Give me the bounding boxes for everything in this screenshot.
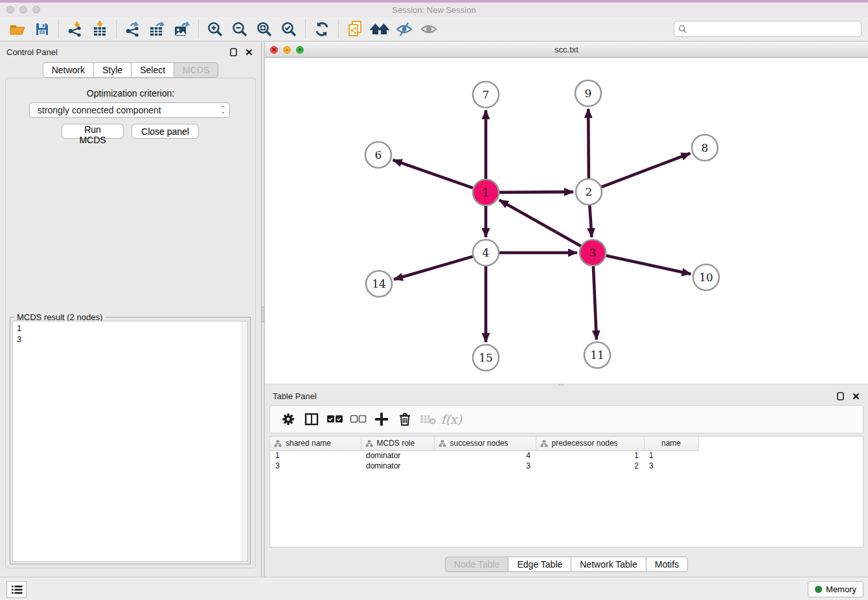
- table-cell[interactable]: 1: [644, 450, 698, 461]
- table-settings-button[interactable]: [277, 408, 300, 430]
- table-cell[interactable]: 2: [536, 461, 644, 471]
- function-builder-button[interactable]: f(x): [440, 408, 463, 430]
- tab-network-table[interactable]: Network Table: [571, 557, 646, 572]
- edge-4-to-14[interactable]: [394, 257, 473, 279]
- cytopanel-list-button[interactable]: [6, 581, 27, 598]
- delete-table-button[interactable]: [417, 408, 440, 430]
- minimize-window-button[interactable]: [19, 6, 27, 14]
- close-panel-icon[interactable]: [243, 47, 255, 57]
- zoom-window-button[interactable]: [32, 6, 40, 14]
- network-graph-canvas[interactable]: 7968124314101511: [265, 58, 868, 384]
- column-header-name[interactable]: name: [644, 437, 698, 450]
- edge-2-to-9[interactable]: [588, 109, 589, 178]
- tab-network[interactable]: Network: [43, 62, 94, 78]
- new-network-from-selection-button[interactable]: [343, 19, 367, 40]
- graph-node-6[interactable]: 6: [365, 142, 391, 168]
- graph-node-14[interactable]: 14: [366, 271, 392, 297]
- zoom-out-button[interactable]: [227, 19, 252, 40]
- float-table-panel-icon[interactable]: [834, 391, 846, 401]
- new-network-from-selection-icon: [347, 20, 363, 38]
- graph-node-8[interactable]: 8: [692, 135, 718, 161]
- delete-column-button[interactable]: [393, 408, 417, 430]
- close-table-panel-icon[interactable]: [850, 391, 862, 401]
- table-panel-title: Table Panel: [273, 391, 830, 401]
- edge-3-to-11[interactable]: [593, 266, 597, 340]
- mcds-tab-content: Optimization criterion: strongly connect…: [5, 78, 256, 568]
- tab-style[interactable]: Style: [94, 62, 131, 78]
- float-panel-icon[interactable]: [227, 47, 239, 57]
- export-image-button[interactable]: [170, 19, 194, 40]
- column-label: shared name: [286, 439, 331, 448]
- optimization-criterion-select[interactable]: strongly connected component ⌃⌄: [29, 102, 230, 118]
- control-panel: Control Panel NetworkStyleSelectMCDS Opt…: [0, 42, 261, 577]
- table-cell[interactable]: 3: [270, 461, 361, 471]
- table-cell[interactable]: dominator: [361, 461, 434, 471]
- unselect-all-columns-button[interactable]: [347, 408, 370, 430]
- first-neighbors-button[interactable]: [367, 19, 392, 40]
- column-label: predecessor nodes: [552, 439, 618, 448]
- hide-selected-button[interactable]: [392, 19, 417, 40]
- tab-select[interactable]: Select: [131, 62, 174, 78]
- graph-node-9[interactable]: 9: [575, 80, 601, 106]
- edge-1-to-6[interactable]: [393, 160, 474, 188]
- show-columns-button[interactable]: [300, 408, 323, 430]
- search-box[interactable]: [674, 21, 862, 37]
- run-mcds-button[interactable]: Run MCDS: [62, 124, 124, 139]
- import-table-button[interactable]: [87, 19, 112, 40]
- column-header-MCDS-role[interactable]: MCDS role: [361, 437, 434, 450]
- table-cell[interactable]: dominator: [361, 450, 434, 461]
- zoom-fit-button[interactable]: [252, 19, 277, 40]
- optimization-criterion-label: Optimization criterion:: [6, 88, 255, 98]
- table-cell[interactable]: 1: [536, 450, 644, 461]
- edge-1-to-2[interactable]: [499, 192, 573, 192]
- table-row[interactable]: 1dominator411: [270, 450, 698, 461]
- export-network-button[interactable]: [120, 19, 145, 40]
- close-window-button[interactable]: [6, 6, 14, 14]
- export-table-button[interactable]: [145, 19, 170, 40]
- network-window-titlebar[interactable]: ✕ − + scc.txt: [265, 42, 868, 58]
- control-panel-tabs: NetworkStyleSelectMCDS: [0, 62, 261, 78]
- tab-edge-table[interactable]: Edge Table: [508, 557, 571, 572]
- table-cell[interactable]: 3: [434, 461, 536, 471]
- table-cell[interactable]: 4: [434, 450, 536, 461]
- import-network-button[interactable]: [63, 19, 87, 40]
- mcds-result-scrollbar[interactable]: [242, 321, 247, 561]
- table-cell[interactable]: 3: [644, 461, 698, 471]
- edge-3-to-1[interactable]: [499, 200, 581, 246]
- open-session-button[interactable]: [5, 19, 30, 40]
- graph-node-11[interactable]: 11: [584, 342, 610, 368]
- graph-node-4[interactable]: 4: [473, 240, 499, 266]
- graph-node-10[interactable]: 10: [693, 264, 719, 290]
- graph-node-3[interactable]: 3: [580, 240, 606, 266]
- refresh-view-button[interactable]: [310, 19, 334, 40]
- graph-node-2[interactable]: 2: [576, 179, 602, 205]
- graph-node-15[interactable]: 15: [473, 345, 499, 371]
- table-cell[interactable]: 1: [270, 450, 361, 461]
- node-table[interactable]: shared nameMCDS rolesuccessor nodesprede…: [269, 436, 863, 548]
- column-header-predecessor-nodes[interactable]: predecessor nodes: [536, 437, 644, 450]
- column-header-successor-nodes[interactable]: successor nodes: [434, 437, 536, 450]
- delete-table-icon: [420, 413, 437, 425]
- add-column-button[interactable]: [370, 408, 393, 430]
- mcds-result-text[interactable]: 1 3: [12, 321, 248, 562]
- memory-button[interactable]: Memory: [808, 581, 863, 597]
- tab-motifs[interactable]: Motifs: [646, 557, 688, 572]
- edge-3-to-10[interactable]: [606, 255, 691, 273]
- zoom-in-button[interactable]: [203, 19, 227, 40]
- zoom-selected-button[interactable]: [277, 19, 301, 40]
- column-header-shared-name[interactable]: shared name: [270, 437, 361, 450]
- save-session-button[interactable]: [30, 19, 54, 40]
- show-all-button[interactable]: [417, 19, 441, 40]
- close-panel-button[interactable]: Close panel: [131, 124, 199, 139]
- mcds-result-group: MCDS result (2 nodes) 1 3: [10, 317, 251, 564]
- table-row[interactable]: 3dominator323: [270, 461, 698, 471]
- network-window-title: scc.txt: [265, 45, 868, 54]
- search-input[interactable]: [687, 23, 861, 36]
- edge-2-to-8[interactable]: [602, 154, 691, 187]
- tab-mcds[interactable]: MCDS: [174, 62, 218, 78]
- tab-node-table[interactable]: Node Table: [445, 557, 509, 572]
- select-all-columns-button[interactable]: [323, 408, 347, 430]
- graph-node-1[interactable]: 1: [473, 179, 499, 205]
- graph-node-7[interactable]: 7: [473, 82, 499, 108]
- edge-2-to-3[interactable]: [589, 205, 591, 237]
